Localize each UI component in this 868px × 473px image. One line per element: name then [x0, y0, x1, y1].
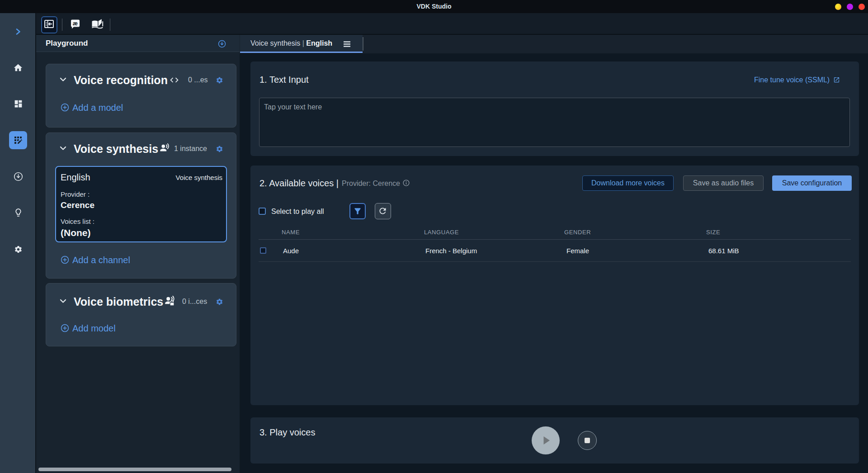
- svg-text:æ: æ: [73, 20, 78, 27]
